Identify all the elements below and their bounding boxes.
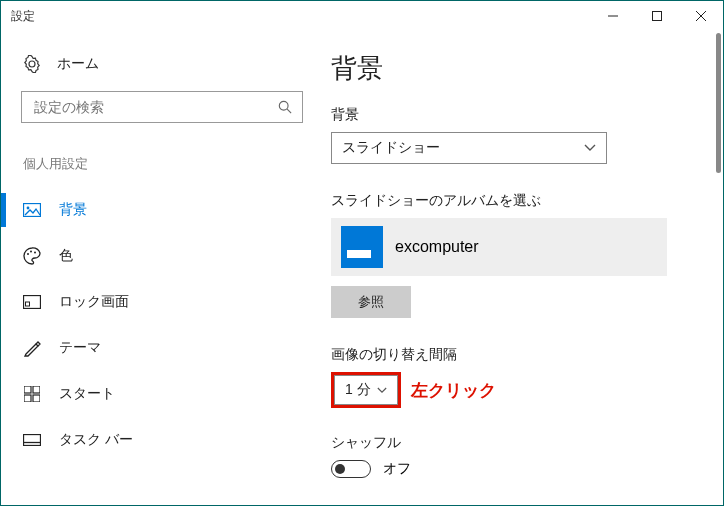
browse-label: 参照	[358, 293, 384, 311]
svg-rect-1	[653, 12, 662, 21]
picture-icon	[23, 201, 41, 219]
svg-point-4	[279, 101, 288, 110]
background-dropdown[interactable]: スライドショー	[331, 132, 607, 164]
album-item[interactable]: excomputer	[331, 218, 667, 276]
nav-item-lockscreen[interactable]: ロック画面	[21, 279, 311, 325]
background-value: スライドショー	[342, 139, 440, 157]
album-name: excomputer	[395, 238, 479, 256]
main-panel: 背景 背景 スライドショー スライドショーのアルバムを選ぶ excomputer…	[311, 31, 723, 505]
svg-rect-13	[24, 386, 31, 393]
svg-rect-17	[24, 435, 41, 446]
nav-item-start[interactable]: スタート	[21, 371, 311, 417]
nav-label: ロック画面	[59, 293, 129, 311]
browse-button[interactable]: 参照	[331, 286, 411, 318]
gear-icon	[23, 55, 41, 73]
shuffle-toggle[interactable]	[331, 460, 371, 478]
window-title: 設定	[11, 8, 35, 25]
nav-label: テーマ	[59, 339, 101, 357]
folder-icon	[341, 226, 383, 268]
shuffle-value: オフ	[383, 460, 411, 478]
home-nav[interactable]: ホーム	[21, 49, 311, 91]
page-heading: 背景	[331, 51, 703, 86]
interval-value: 1 分	[345, 381, 371, 399]
interval-label: 画像の切り替え間隔	[331, 346, 703, 364]
background-label: 背景	[331, 106, 703, 124]
nav-group-label: 個人用設定	[23, 155, 311, 173]
palette-icon	[23, 247, 41, 265]
svg-rect-15	[24, 395, 31, 402]
settings-window: 設定 ホーム 個人用設定	[0, 0, 724, 506]
svg-point-8	[27, 253, 29, 255]
nav-label: スタート	[59, 385, 115, 403]
maximize-button[interactable]	[635, 1, 679, 31]
close-button[interactable]	[679, 1, 723, 31]
svg-rect-14	[33, 386, 40, 393]
annotation-highlight: 1 分	[331, 372, 401, 408]
svg-rect-12	[26, 302, 30, 306]
title-bar: 設定	[1, 1, 723, 31]
search-box[interactable]	[21, 91, 303, 123]
svg-point-9	[30, 251, 32, 253]
chevron-down-icon	[584, 144, 596, 152]
nav-label: タスク バー	[59, 431, 133, 449]
sidebar: ホーム 個人用設定 背景 色	[1, 31, 311, 505]
interval-dropdown[interactable]: 1 分	[334, 375, 398, 405]
nav-label: 背景	[59, 201, 87, 219]
nav-item-colors[interactable]: 色	[21, 233, 311, 279]
svg-point-10	[34, 252, 36, 254]
minimize-button[interactable]	[591, 1, 635, 31]
svg-point-7	[27, 207, 30, 210]
chevron-down-icon	[377, 387, 387, 394]
album-label: スライドショーのアルバムを選ぶ	[331, 192, 703, 210]
nav-item-themes[interactable]: テーマ	[21, 325, 311, 371]
svg-rect-16	[33, 395, 40, 402]
shuffle-label: シャッフル	[331, 434, 703, 452]
scrollbar-thumb[interactable]	[716, 33, 721, 173]
search-input[interactable]	[32, 98, 278, 116]
nav-label: 色	[59, 247, 73, 265]
lockscreen-icon	[23, 293, 41, 311]
nav-item-background[interactable]: 背景	[21, 187, 311, 233]
theme-icon	[23, 339, 41, 357]
start-icon	[23, 385, 41, 403]
taskbar-icon	[23, 431, 41, 449]
home-label: ホーム	[57, 55, 99, 73]
nav-item-taskbar[interactable]: タスク バー	[21, 417, 311, 463]
search-icon	[278, 100, 292, 114]
annotation-text: 左クリック	[411, 379, 496, 402]
svg-line-5	[287, 109, 291, 113]
